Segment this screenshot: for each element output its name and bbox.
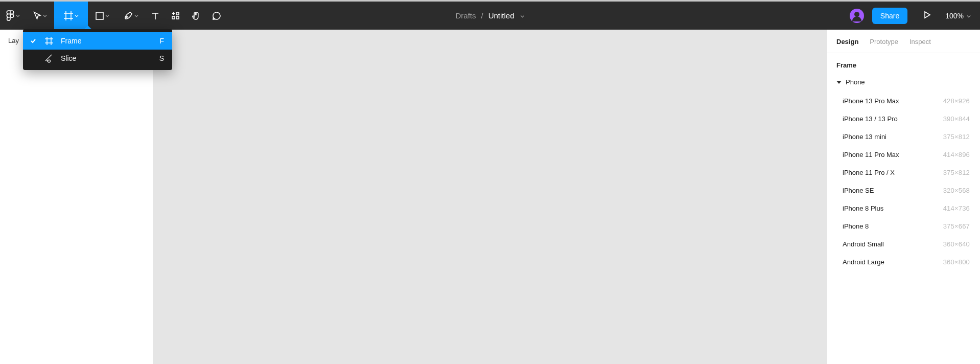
dropdown-item-frame[interactable]: Frame F [23,32,172,50]
share-button[interactable]: Share [872,8,907,24]
resources-icon [171,11,180,20]
preset-dimensions: 360×640 [943,240,970,248]
present-button[interactable] [917,11,937,20]
main-area: Lay Design Prototype Inspect Frame Phone… [0,30,980,364]
triangle-down-icon [836,81,842,84]
resources-tool-button[interactable] [166,2,186,30]
svg-point-0 [10,14,13,17]
chevron-down-icon [75,14,79,18]
frame-preset-row[interactable]: Android Small360×640 [827,235,980,253]
left-panel-tab-layers[interactable]: Lay [8,37,19,44]
preset-dimensions: 414×896 [943,151,970,158]
preset-name: iPhone 13 Pro Max [843,97,899,105]
avatar[interactable] [850,9,864,23]
doc-name: Untitled [488,11,515,20]
frame-tool-button[interactable] [54,2,88,30]
preset-group-phone[interactable]: Phone [827,73,980,91]
shape-tool-button[interactable] [88,2,116,30]
frame-preset-row[interactable]: iPhone SE320×568 [827,181,980,199]
pen-icon [123,11,133,21]
frame-preset-row[interactable]: iPhone 8375×667 [827,217,980,235]
right-panel-tabs: Design Prototype Inspect [827,30,980,53]
preset-dimensions: 375×667 [943,222,970,230]
hand-icon [191,11,201,21]
toolbar: Drafts / Untitled Share 100% [0,2,980,30]
canvas[interactable] [153,30,827,364]
play-icon [923,11,931,20]
preset-dimensions: 375×812 [943,169,970,176]
preset-dimensions: 360×800 [943,258,970,266]
frame-tool-dropdown: Frame F Slice S [23,29,172,70]
main-menu-button[interactable] [0,2,26,30]
frame-preset-row[interactable]: iPhone 11 Pro Max414×896 [827,146,980,164]
doc-location: Drafts [455,11,476,20]
preset-name: iPhone 8 Plus [843,204,883,212]
preset-name: iPhone 13 / 13 Pro [843,115,898,123]
frame-section-title: Frame [827,53,980,73]
tab-inspect[interactable]: Inspect [909,38,931,46]
pen-tool-button[interactable] [116,2,145,30]
frame-preset-row[interactable]: iPhone 13 Pro Max428×926 [827,92,980,110]
preset-name: iPhone 11 Pro Max [843,151,899,158]
preset-dimensions: 320×568 [943,187,970,194]
left-panel: Lay [0,30,153,364]
preset-dimensions: 375×812 [943,133,970,141]
preset-dimensions: 414×736 [943,204,970,212]
frame-preset-row[interactable]: iPhone 8 Plus414×736 [827,199,980,217]
chevron-down-icon [105,14,109,18]
breadcrumb-separator: / [481,11,483,20]
frame-icon [43,36,55,46]
check-icon [29,38,37,44]
dropdown-item-label: Frame [61,37,153,45]
comment-tool-button[interactable] [206,2,227,30]
preset-name: iPhone SE [843,187,874,194]
frame-preset-row[interactable]: Android Large360×800 [827,253,980,271]
text-icon [151,11,160,20]
slice-icon [43,53,55,63]
preset-name: iPhone 11 Pro / X [843,169,895,176]
svg-rect-11 [176,12,179,15]
frame-preset-row[interactable]: iPhone 13 / 13 Pro390×844 [827,110,980,128]
hand-tool-button[interactable] [186,2,206,30]
zoom-value: 100% [945,12,964,20]
chevron-down-icon [967,12,971,20]
chevron-down-icon [43,14,47,18]
svg-rect-9 [172,16,175,19]
tab-design[interactable]: Design [836,38,858,46]
preset-name: Android Small [843,240,884,248]
preset-name: Android Large [843,258,884,266]
preset-name: iPhone 13 mini [843,133,886,141]
preset-dimensions: 390×844 [943,115,970,123]
right-panel: Design Prototype Inspect Frame Phone iPh… [827,30,980,364]
preset-name: iPhone 8 [843,222,869,230]
preset-dimensions: 428×926 [943,97,970,105]
rectangle-icon [95,11,104,20]
preset-list: iPhone 13 Pro Max428×926iPhone 13 / 13 P… [827,91,980,276]
chevron-down-icon [134,14,138,18]
text-tool-button[interactable] [145,2,166,30]
figma-logo-icon [6,10,15,22]
tab-prototype[interactable]: Prototype [870,38,898,46]
document-title[interactable]: Drafts / Untitled [455,11,524,20]
frame-icon [63,11,74,21]
move-tool-button[interactable] [26,2,54,30]
dropdown-item-shortcut: F [159,37,164,45]
chevron-down-icon [16,14,20,18]
dropdown-item-label: Slice [61,54,153,62]
svg-rect-10 [176,16,179,19]
chevron-down-icon [521,11,525,20]
preset-group-label: Phone [846,78,865,86]
frame-preset-row[interactable]: iPhone 13 mini375×812 [827,128,980,146]
svg-rect-5 [96,12,103,19]
svg-point-6 [126,16,128,17]
comment-icon [212,11,222,21]
dropdown-item-shortcut: S [159,54,164,62]
frame-preset-row[interactable]: iPhone 11 Pro / X375×812 [827,164,980,181]
cursor-icon [33,11,42,20]
dropdown-item-slice[interactable]: Slice S [23,50,172,67]
zoom-control[interactable]: 100% [942,12,974,20]
